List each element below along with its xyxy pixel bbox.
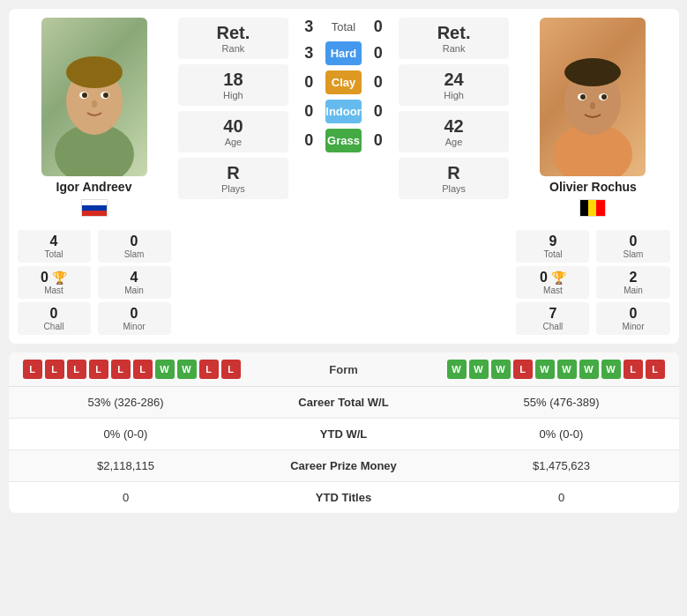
svg-point-8 xyxy=(92,100,97,108)
left-center-stats: Ret. Rank 18 High 40 Age R Plays xyxy=(178,18,289,335)
right-high-block: 24 High xyxy=(399,64,510,106)
svg-point-16 xyxy=(601,94,607,100)
left-rank-block: Ret. Rank xyxy=(178,18,289,59)
stats-center-label: Career Total W/L xyxy=(243,387,444,419)
form-badge: L xyxy=(133,360,153,379)
form-badge: W xyxy=(601,360,621,379)
stats-right-value: $1,475,623 xyxy=(444,450,679,482)
left-player-flag xyxy=(81,199,108,221)
left-minor-stat: 0 Minor xyxy=(98,302,171,335)
form-badge: L xyxy=(89,360,108,379)
stats-left-value: 53% (326-286) xyxy=(9,387,243,419)
form-badge: W xyxy=(469,360,489,379)
clay-score-row: 0 Clay 0 xyxy=(295,71,391,94)
right-plays-block: R Plays xyxy=(399,158,510,199)
form-badge: L xyxy=(199,360,219,379)
right-main-stat: 2 Main xyxy=(596,266,669,299)
left-player-stats: 4 Total 0 Slam 0 🏆 Mast 4 Main xyxy=(18,230,171,335)
left-age-label: Age xyxy=(183,137,284,147)
form-badge: W xyxy=(155,360,175,379)
form-badge: W xyxy=(579,360,599,379)
right-age-label: Age xyxy=(404,137,504,147)
left-total-label: Total xyxy=(19,249,89,259)
svg-point-3 xyxy=(66,56,123,88)
left-age-value: 40 xyxy=(183,116,284,137)
right-player-name: Olivier Rochus xyxy=(549,180,637,194)
total-score-row: 3 Total 0 xyxy=(295,18,391,36)
grass-score-left: 0 xyxy=(295,131,322,150)
form-badge: W xyxy=(491,360,511,379)
left-high-block: 18 High xyxy=(178,64,289,106)
total-label: Total xyxy=(322,20,364,33)
right-player-photo xyxy=(540,18,646,176)
clay-score-left: 0 xyxy=(295,73,322,92)
form-badge: W xyxy=(177,360,197,379)
right-trophy-icon: 🏆 xyxy=(551,271,566,285)
bottom-stats-section: LLLLLLWWLL Form WWWLWWWWLL 53% (326-286)… xyxy=(9,353,679,513)
left-slam-stat: 0 Slam xyxy=(98,230,171,263)
right-minor-label: Minor xyxy=(598,322,668,331)
right-player-stats: 9 Total 0 Slam 0 🏆 Mast 2 Main xyxy=(516,230,669,335)
stats-table-row: 0 YTD Titles 0 xyxy=(9,482,679,514)
left-high-value: 18 xyxy=(183,70,284,90)
left-total-value: 4 xyxy=(19,234,89,249)
left-rank-label: Rank xyxy=(183,43,284,54)
form-badge: L xyxy=(624,360,643,379)
form-badge: W xyxy=(557,360,577,379)
right-form-badges: WWWLWWWWLL xyxy=(404,360,665,379)
stats-right-value: 0 xyxy=(444,482,679,514)
clay-surface-btn: Clay xyxy=(325,71,361,94)
left-chall-value: 0 xyxy=(19,306,89,322)
form-badge: L xyxy=(23,360,42,379)
right-slam-stat: 0 Slam xyxy=(596,230,669,263)
svg-point-7 xyxy=(103,93,108,98)
right-slam-label: Slam xyxy=(598,249,668,259)
stats-left-value: $2,118,115 xyxy=(9,450,243,482)
stats-center-label: YTD W/L xyxy=(243,419,444,450)
right-mast-value: 0 🏆 xyxy=(518,270,587,286)
form-badge: L xyxy=(111,360,131,379)
career-stats-table: 53% (326-286) Career Total W/L 55% (476-… xyxy=(9,387,679,513)
hard-surface-btn: Hard xyxy=(325,41,361,65)
right-main-value: 2 xyxy=(598,270,668,286)
right-slam-value: 0 xyxy=(598,234,668,249)
svg-point-17 xyxy=(590,102,595,109)
form-label: Form xyxy=(291,363,397,376)
left-trophy-icon: 🏆 xyxy=(52,271,67,285)
left-minor-value: 0 xyxy=(100,306,169,322)
grass-score-right: 0 xyxy=(365,131,392,150)
form-badge: L xyxy=(646,360,665,379)
left-high-label: High xyxy=(183,90,284,100)
svg-point-15 xyxy=(580,94,586,100)
right-high-label: High xyxy=(404,90,504,100)
form-badge: L xyxy=(221,360,241,379)
right-mast-label: Mast xyxy=(518,286,587,295)
right-age-value: 42 xyxy=(404,116,504,137)
form-badge: W xyxy=(535,360,555,379)
indoor-surface-btn: Indoor xyxy=(325,100,361,123)
form-row: LLLLLLWWLL Form WWWLWWWWLL xyxy=(9,353,679,387)
right-minor-value: 0 xyxy=(598,306,668,322)
left-age-block: 40 Age xyxy=(178,111,289,152)
hard-score-right: 0 xyxy=(365,44,392,63)
stats-center-label: YTD Titles xyxy=(243,482,444,514)
form-badge: W xyxy=(447,360,467,379)
left-main-label: Main xyxy=(100,286,169,295)
right-player-panel: Olivier Rochus 9 Total 0 Slam 0 🏆 xyxy=(516,18,669,335)
stats-left-value: 0 xyxy=(9,482,243,514)
right-total-label: Total xyxy=(518,249,587,259)
right-total-stat: 9 Total xyxy=(516,230,589,263)
left-player-panel: Igor Andreev 4 Total 0 Slam 0 🏆 xyxy=(18,18,171,335)
svg-point-12 xyxy=(564,58,621,86)
left-minor-label: Minor xyxy=(100,322,169,331)
stats-table-row: $2,118,115 Career Prize Money $1,475,623 xyxy=(9,450,679,482)
right-center-stats: Ret. Rank 24 High 42 Age R Plays xyxy=(399,18,510,335)
stats-table-row: 0% (0-0) YTD W/L 0% (0-0) xyxy=(9,419,679,450)
grass-surface-btn: Grass xyxy=(325,129,361,152)
indoor-score-right: 0 xyxy=(365,102,392,121)
stats-left-value: 0% (0-0) xyxy=(9,419,243,450)
left-plays-label: Plays xyxy=(183,183,284,194)
right-plays-label: Plays xyxy=(404,183,504,194)
left-slam-value: 0 xyxy=(100,234,169,249)
left-mast-value: 0 🏆 xyxy=(19,270,89,286)
